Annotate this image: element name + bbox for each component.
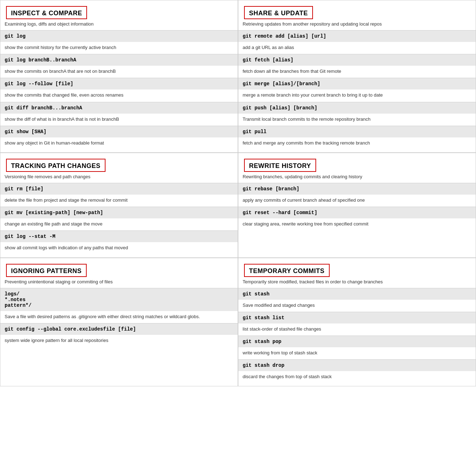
cmd-title-rewrite-history-0: git rebase [branch]	[238, 183, 476, 195]
section-title-temporary-commits: TEMPORARY COMMITS	[249, 267, 325, 274]
cmd-title-inspect-compare-2: git log --follow [file]	[0, 78, 238, 89]
section-subtitle-temporary-commits: Temporarily store modified, tracked file…	[238, 277, 476, 288]
section-subtitle-inspect-compare: Examining logs, diffs and object informa…	[0, 19, 238, 30]
cmd-desc-share-update-2: merge a remote branch into your current …	[238, 89, 476, 102]
cmd-block-rewrite-history-0: git rebase [branch]apply any commits of …	[238, 183, 476, 207]
cmd-desc-inspect-compare-3: show the diff of what is in branchA that…	[0, 114, 238, 126]
section-share-update: SHARE & UPDATERetrieving updates from an…	[238, 0, 476, 153]
section-subtitle-ignoring-patterns: Preventing unintentional staging or comm…	[0, 277, 238, 288]
cmd-title-temporary-commits-0: git stash	[238, 288, 476, 300]
cmd-desc-tracking-path-0: delete the file from project and stage t…	[0, 195, 238, 207]
code-text: logs/ *.notes pattern*/	[0, 288, 238, 311]
cmd-block-share-update-2: git merge [alias]/[branch]merge a remote…	[238, 78, 476, 102]
cmd-block-share-update-4: git pullfetch and merge any commits from…	[238, 126, 476, 149]
cmd-title-temporary-commits-3: git stash drop	[238, 360, 476, 371]
cmd-desc-temporary-commits-0: Save modified and staged changes	[238, 300, 476, 312]
cmd-block-share-update-1: git fetch [alias]fetch down all the bran…	[238, 54, 476, 78]
cmd-block-share-update-3: git push [alias] [branch]Transmit local …	[238, 102, 476, 126]
page: INSPECT & COMPAREExamining logs, diffs a…	[0, 0, 476, 386]
cmd-title-share-update-0: git remote add [alias] [url]	[238, 31, 476, 42]
cmd-desc-inspect-compare-1: show the commits on branchA that are not…	[0, 66, 238, 78]
section-ignoring-patterns: IGNORING PATTERNSPreventing unintentiona…	[0, 258, 238, 387]
section-title-ignoring-patterns: IGNORING PATTERNS	[11, 267, 82, 274]
section-subtitle-share-update: Retrieving updates from another reposito…	[238, 19, 476, 30]
section-header-ignoring-patterns: IGNORING PATTERNS	[6, 264, 87, 277]
cmd-desc-inspect-compare-0: show the commit history for the currentl…	[0, 42, 238, 54]
cmd-title-rewrite-history-1: git reset --hard [commit]	[238, 207, 476, 218]
section-title-tracking-path: TRACKING PATH CHANGES	[11, 162, 101, 169]
section-tracking-path: TRACKING PATH CHANGESVersioning file rem…	[0, 153, 238, 258]
section-header-temporary-commits: TEMPORARY COMMITS	[244, 264, 330, 277]
cmd-block-temporary-commits-0: git stashSave modified and staged change…	[238, 288, 476, 312]
section-header-share-update: SHARE & UPDATE	[244, 6, 313, 19]
code-block-ignoring-patterns: logs/ *.notes pattern*/Save a file with …	[0, 288, 238, 323]
cmd-block-inspect-compare-1: git log branchB..branchAshow the commits…	[0, 54, 238, 78]
cmd-block-inspect-compare-4: git show [SHA]show any object in Git in …	[0, 126, 238, 149]
cmd-title-tracking-path-0: git rm [file]	[0, 183, 238, 195]
cmd-title-share-update-3: git push [alias] [branch]	[238, 102, 476, 114]
cmd-desc-tracking-path-1: change an existing file path and stage t…	[0, 218, 238, 230]
code-desc-ignoring-patterns: Save a file with desired patterns as .gi…	[0, 311, 238, 323]
section-title-share-update: SHARE & UPDATE	[249, 10, 308, 17]
section-header-rewrite-history: REWRITE HISTORY	[244, 159, 316, 172]
cmd-desc-temporary-commits-3: discard the changes from top of stash st…	[238, 371, 476, 383]
cmd-desc-share-update-1: fetch down all the branches from that Gi…	[238, 66, 476, 78]
cmd-desc-tracking-path-2: show all commit logs with indication of …	[0, 242, 238, 254]
cmd-desc-rewrite-history-0: apply any commits of current branch ahea…	[238, 195, 476, 207]
cmd-title-share-update-4: git pull	[238, 126, 476, 137]
cmd-title-ignoring-patterns-0: git config --global core.excludesfile [f…	[0, 323, 238, 335]
section-temporary-commits: TEMPORARY COMMITSTemporarily store modif…	[238, 258, 476, 387]
cmd-desc-inspect-compare-2: show the commits that changed file, even…	[0, 89, 238, 102]
cmd-title-inspect-compare-4: git show [SHA]	[0, 126, 238, 137]
cmd-title-inspect-compare-3: git diff branchB...branchA	[0, 102, 238, 114]
cmd-block-inspect-compare-0: git logshow the commit history for the c…	[0, 30, 238, 54]
cmd-block-tracking-path-0: git rm [file]delete the file from projec…	[0, 183, 238, 207]
cmd-block-rewrite-history-1: git reset --hard [commit]clear staging a…	[238, 207, 476, 230]
cmd-desc-ignoring-patterns-0: system wide ignore pattern for all local…	[0, 335, 238, 347]
section-header-inspect-compare: INSPECT & COMPARE	[6, 6, 87, 19]
cmd-title-share-update-2: git merge [alias]/[branch]	[238, 78, 476, 89]
cmd-desc-rewrite-history-1: clear staging area, rewrite working tree…	[238, 218, 476, 230]
cmd-title-temporary-commits-1: git stash list	[238, 312, 476, 323]
section-rewrite-history: REWRITE HISTORYRewriting branches, updat…	[238, 153, 476, 258]
cmd-block-inspect-compare-2: git log --follow [file]show the commits …	[0, 78, 238, 102]
cmd-desc-share-update-0: add a git URL as an alias	[238, 42, 476, 54]
cmd-title-tracking-path-1: git mv [existing-path] [new-path]	[0, 207, 238, 218]
section-inspect-compare: INSPECT & COMPAREExamining logs, diffs a…	[0, 0, 238, 153]
cmd-block-tracking-path-2: git log --stat -Mshow all commit logs wi…	[0, 230, 238, 254]
cmd-block-temporary-commits-3: git stash dropdiscard the changes from t…	[238, 359, 476, 383]
cmd-desc-temporary-commits-1: list stack-order of stashed file changes	[238, 323, 476, 336]
section-subtitle-tracking-path: Versioning file removes and path changes	[0, 172, 238, 183]
cmd-desc-temporary-commits-2: write working from top of stash stack	[238, 347, 476, 359]
cmd-block-share-update-0: git remote add [alias] [url]add a git UR…	[238, 30, 476, 54]
cmd-block-temporary-commits-1: git stash listlist stack-order of stashe…	[238, 312, 476, 336]
cmd-title-share-update-1: git fetch [alias]	[238, 54, 476, 66]
cmd-desc-share-update-3: Transmit local branch commits to the rem…	[238, 114, 476, 126]
cmd-title-inspect-compare-1: git log branchB..branchA	[0, 54, 238, 66]
section-header-tracking-path: TRACKING PATH CHANGES	[6, 159, 106, 172]
cmd-title-temporary-commits-2: git stash pop	[238, 336, 476, 347]
cmd-title-tracking-path-2: git log --stat -M	[0, 231, 238, 242]
cmd-desc-inspect-compare-4: show any object in Git in human-readable…	[0, 137, 238, 149]
cmd-block-temporary-commits-2: git stash popwrite working from top of s…	[238, 336, 476, 359]
cmd-block-ignoring-patterns-0: git config --global core.excludesfile [f…	[0, 323, 238, 347]
cmd-desc-share-update-4: fetch and merge any commits from the tra…	[238, 137, 476, 149]
section-title-rewrite-history: REWRITE HISTORY	[249, 162, 311, 169]
section-subtitle-rewrite-history: Rewriting branches, updating commits and…	[238, 172, 476, 183]
cmd-title-inspect-compare-0: git log	[0, 31, 238, 42]
cmd-block-inspect-compare-3: git diff branchB...branchAshow the diff …	[0, 102, 238, 126]
cmd-block-tracking-path-1: git mv [existing-path] [new-path]change …	[0, 207, 238, 230]
section-title-inspect-compare: INSPECT & COMPARE	[11, 10, 82, 17]
